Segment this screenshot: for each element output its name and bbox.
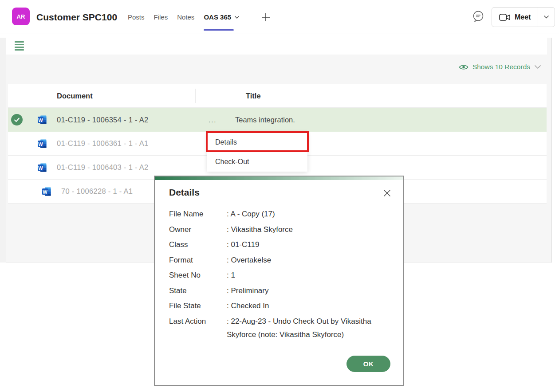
row-ellipsis[interactable]: ... bbox=[209, 108, 217, 132]
svg-text:W: W bbox=[38, 141, 43, 147]
document-id[interactable]: 01-C119 - 1006403 - 1 - A2 bbox=[57, 156, 149, 179]
meet-button[interactable]: Meet bbox=[492, 8, 538, 27]
field-label: Owner bbox=[169, 223, 227, 236]
column-header-title[interactable]: Title bbox=[246, 84, 261, 108]
channel-header: AR Customer SPC100 Posts Files Notes OAS… bbox=[0, 0, 559, 34]
chevron-down-icon bbox=[234, 16, 240, 19]
svg-text:W: W bbox=[43, 189, 47, 195]
plus-icon bbox=[261, 12, 271, 22]
menu-item-details[interactable]: Details bbox=[207, 133, 307, 152]
document-id[interactable]: 70 - 1006228 - 1 - A1 bbox=[61, 180, 133, 203]
word-file-icon: W bbox=[37, 139, 47, 150]
modal-fields: File Name : A - Copy (17) Owner : Vikasi… bbox=[169, 208, 387, 343]
svg-text:W: W bbox=[38, 118, 43, 123]
modal-accent-bar bbox=[155, 176, 403, 180]
column-divider bbox=[195, 89, 196, 103]
menu-item-check-out[interactable]: Check-Out bbox=[207, 152, 307, 172]
field-value: : 22-Aug-23 - Undo Check Out by Vikasith… bbox=[227, 315, 374, 341]
field-value: : Overtakelse bbox=[227, 254, 374, 267]
close-icon[interactable] bbox=[382, 188, 392, 198]
left-gutter bbox=[0, 38, 6, 263]
field-value: : 1 bbox=[227, 269, 374, 282]
hamburger-menu-icon[interactable] bbox=[15, 41, 24, 52]
field-format: Format : Overtakelse bbox=[169, 254, 387, 267]
field-label: Format bbox=[169, 254, 227, 267]
field-label: File Name bbox=[169, 208, 227, 221]
tab-oas365-label: OAS 365 bbox=[204, 13, 231, 21]
scrollbar-track[interactable] bbox=[551, 38, 552, 263]
chat-bubble-icon bbox=[472, 10, 485, 23]
field-label: Last Action bbox=[169, 315, 227, 341]
field-class: Class : 01-C119 bbox=[169, 238, 387, 251]
details-modal: Details File Name : A - Copy (17) Owner … bbox=[154, 176, 404, 386]
field-label: Class bbox=[169, 238, 227, 251]
field-last-action: Last Action : 22-Aug-23 - Undo Check Out… bbox=[169, 315, 387, 341]
field-label: State bbox=[169, 284, 227, 298]
active-tab-underline bbox=[204, 29, 234, 31]
field-owner: Owner : Vikasitha Skyforce bbox=[169, 223, 387, 236]
field-value: : Checked In bbox=[227, 299, 374, 313]
word-file-icon: W bbox=[37, 115, 47, 126]
tab-files-label: Files bbox=[154, 13, 168, 21]
field-state: State : Preliminary bbox=[169, 284, 387, 298]
field-value: : Preliminary bbox=[227, 284, 374, 298]
eye-icon bbox=[459, 64, 468, 71]
open-conversation-button[interactable] bbox=[471, 9, 485, 24]
chevron-down-icon bbox=[543, 15, 549, 19]
add-tab-button[interactable] bbox=[261, 12, 271, 22]
meet-options-button[interactable] bbox=[538, 8, 555, 27]
ok-button[interactable]: OK bbox=[346, 356, 390, 372]
field-file-name: File Name : A - Copy (17) bbox=[169, 208, 387, 221]
field-value: : A - Copy (17) bbox=[227, 208, 374, 221]
tab-posts[interactable]: Posts bbox=[128, 0, 145, 34]
field-value: : Vikasitha Skyforce bbox=[227, 223, 374, 236]
app-toolbar bbox=[6, 38, 547, 55]
chevron-down-icon bbox=[534, 65, 541, 69]
table-header-row: Document Title bbox=[8, 84, 547, 108]
check-circle-icon[interactable] bbox=[11, 114, 23, 125]
field-sheet-no: Sheet No : 1 bbox=[169, 269, 387, 282]
word-file-icon: W bbox=[37, 163, 47, 174]
channel-title: Customer SPC100 bbox=[36, 0, 117, 34]
modal-title: Details bbox=[169, 187, 200, 198]
svg-text:W: W bbox=[38, 165, 43, 171]
avatar-initials: AR bbox=[17, 13, 25, 20]
document-id[interactable]: 01-C119 - 1006361 - 1 - A1 bbox=[57, 132, 149, 155]
column-header-document[interactable]: Document bbox=[57, 84, 93, 108]
tab-oas365[interactable]: OAS 365 bbox=[204, 0, 240, 34]
row-context-menu: Details Check-Out bbox=[207, 133, 307, 172]
channel-tabs: Posts Files Notes OAS 365 bbox=[128, 0, 271, 34]
field-label: File State bbox=[169, 299, 227, 313]
teams-app-window: AR Customer SPC100 Posts Files Notes OAS… bbox=[0, 0, 559, 392]
channel-avatar[interactable]: AR bbox=[12, 8, 30, 25]
camera-icon bbox=[499, 13, 511, 22]
meet-split-button: Meet bbox=[492, 7, 555, 27]
meet-label: Meet bbox=[515, 13, 531, 21]
tab-notes[interactable]: Notes bbox=[177, 0, 194, 34]
tab-files[interactable]: Files bbox=[154, 0, 168, 34]
field-value: : 01-C119 bbox=[227, 238, 374, 251]
document-title[interactable]: Teams integration. bbox=[235, 108, 295, 132]
field-file-state: File State : Checked In bbox=[169, 299, 387, 313]
records-visibility-control[interactable]: Shows 10 Records bbox=[459, 63, 541, 71]
records-label: Shows 10 Records bbox=[472, 63, 530, 71]
document-id[interactable]: 01-C119 - 1006354 - 1 - A2 bbox=[57, 108, 149, 132]
word-file-icon: W bbox=[42, 187, 51, 198]
tab-notes-label: Notes bbox=[177, 13, 194, 21]
tab-posts-label: Posts bbox=[128, 13, 145, 21]
table-row[interactable]: W 01-C119 - 1006354 - 1 - A2 ... Teams i… bbox=[8, 108, 547, 132]
field-label: Sheet No bbox=[169, 269, 227, 282]
